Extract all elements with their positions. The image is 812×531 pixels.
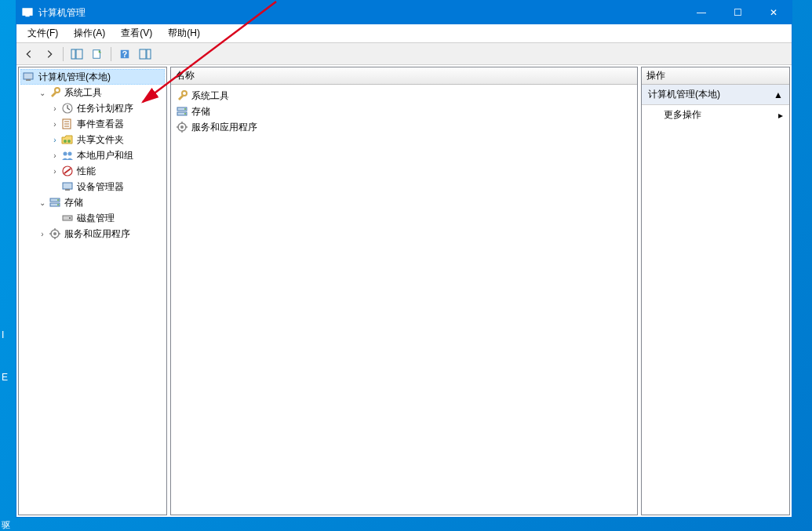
center-list[interactable]: 系统工具存储服务和应用程序 — [171, 85, 637, 138]
taskbar-fragment: 驱 — [2, 519, 10, 531]
svg-point-11 — [55, 88, 60, 93]
content-area: 计算机管理(本地) ⌄系统工具›任务计划程序›事件查看器›共享文件夹›本地用户和… — [16, 65, 792, 517]
toolbar: ? — [16, 43, 792, 65]
svg-point-38 — [180, 125, 184, 129]
show-hide-action-button[interactable] — [136, 45, 155, 63]
wrench-icon — [49, 86, 61, 99]
svg-text:?: ? — [122, 49, 127, 58]
tree-item[interactable]: ›服务和应用程序 — [20, 226, 165, 242]
back-button[interactable] — [20, 45, 38, 63]
tree-item[interactable]: ›本地用户和组 — [20, 147, 165, 163]
svg-point-20 — [68, 152, 72, 156]
svg-rect-1 — [25, 16, 29, 17]
tree-expand-icon[interactable]: › — [50, 104, 60, 113]
tree-panel: 计算机管理(本地) ⌄系统工具›任务计划程序›事件查看器›共享文件夹›本地用户和… — [18, 67, 167, 515]
menubar: 文件(F) 操作(A) 查看(V) 帮助(H) — [16, 24, 792, 43]
menu-action[interactable]: 操作(A) — [66, 25, 113, 42]
list-item[interactable]: 服务和应用程序 — [173, 119, 635, 135]
wrench-icon — [176, 89, 188, 102]
export-list-button[interactable] — [88, 45, 107, 63]
menu-view[interactable]: 查看(V) — [113, 25, 160, 42]
tree-item[interactable]: ›性能 — [20, 163, 165, 179]
svg-point-32 — [182, 91, 187, 96]
collapse-icon: ▲ — [774, 89, 783, 100]
storage-icon — [176, 105, 188, 118]
tree-item[interactable]: ›事件查看器 — [20, 116, 165, 132]
svg-rect-2 — [71, 49, 75, 59]
tree-item[interactable]: ›共享文件夹 — [20, 132, 165, 147]
tree-expand-icon[interactable]: › — [50, 166, 60, 176]
computer-mgmt-icon — [23, 71, 35, 83]
show-hide-tree-button[interactable] — [67, 45, 86, 63]
close-button[interactable]: ✕ — [756, 1, 792, 24]
svg-point-17 — [64, 140, 67, 143]
storage-icon — [49, 196, 61, 209]
users-icon — [61, 149, 74, 162]
svg-point-27 — [57, 204, 59, 205]
svg-rect-22 — [63, 183, 72, 189]
svg-rect-28 — [63, 216, 72, 220]
titlebar[interactable]: 计算机管理 — ☐ ✕ — [16, 1, 792, 24]
center-panel: 名称 系统工具存储服务和应用程序 — [170, 67, 638, 515]
separator — [63, 47, 64, 61]
desktop-icon-label: I — [2, 329, 8, 340]
actions-section-header[interactable]: 计算机管理(本地) ▲ — [642, 85, 789, 105]
tree-item[interactable]: 磁盘管理 — [20, 210, 165, 226]
svg-point-26 — [57, 199, 59, 201]
app-icon — [21, 6, 34, 19]
action-more[interactable]: 更多操作 ▸ — [642, 105, 789, 125]
tree-expand-icon[interactable]: › — [50, 151, 60, 160]
svg-rect-3 — [76, 49, 82, 59]
tree-expand-icon[interactable]: › — [38, 229, 47, 238]
menu-file[interactable]: 文件(F) — [20, 25, 66, 42]
tree-item[interactable]: ›任务计划程序 — [20, 100, 165, 116]
actions-header: 操作 — [642, 67, 789, 85]
svg-point-29 — [69, 217, 71, 219]
device-icon — [61, 180, 74, 193]
services-icon — [176, 121, 188, 133]
tree-root-computer-management[interactable]: 计算机管理(本地) — [20, 69, 165, 85]
tree-item[interactable]: ⌄系统工具 — [20, 85, 165, 100]
shared-folder-icon — [61, 133, 74, 146]
services-icon — [49, 227, 61, 240]
center-column-header[interactable]: 名称 — [171, 67, 637, 85]
forward-button[interactable] — [40, 45, 59, 63]
svg-rect-7 — [140, 49, 146, 59]
svg-point-31 — [53, 232, 56, 235]
svg-point-18 — [67, 140, 71, 143]
tree-collapse-icon[interactable]: ⌄ — [38, 198, 47, 207]
svg-rect-23 — [65, 189, 70, 191]
computer-management-window: 计算机管理 — ☐ ✕ 文件(F) 操作(A) 查看(V) 帮助(H) ? — [16, 0, 792, 518]
list-item[interactable]: 系统工具 — [173, 88, 635, 104]
maximize-button[interactable]: ☐ — [719, 1, 756, 24]
tree-item[interactable]: ⌄存储 — [20, 195, 165, 210]
svg-rect-0 — [23, 9, 32, 16]
help-button[interactable]: ? — [115, 45, 134, 63]
desktop-icon-label: E — [2, 372, 8, 383]
tree-collapse-icon[interactable]: ⌄ — [38, 88, 47, 97]
chevron-right-icon: ▸ — [778, 110, 783, 121]
tree-expand-icon[interactable]: › — [50, 119, 60, 129]
tree-expand-icon[interactable]: › — [50, 135, 60, 144]
separator — [111, 47, 111, 61]
menu-help[interactable]: 帮助(H) — [160, 25, 208, 42]
svg-point-19 — [64, 152, 67, 156]
svg-rect-8 — [147, 49, 151, 59]
svg-rect-10 — [26, 79, 31, 81]
svg-rect-9 — [24, 73, 33, 79]
disk-icon — [61, 212, 74, 224]
svg-point-36 — [184, 113, 186, 115]
navigation-tree[interactable]: 计算机管理(本地) ⌄系统工具›任务计划程序›事件查看器›共享文件夹›本地用户和… — [19, 67, 166, 243]
perf-icon — [61, 165, 74, 177]
list-item[interactable]: 存储 — [173, 104, 635, 119]
window-title: 计算机管理 — [38, 6, 683, 20]
actions-panel: 操作 计算机管理(本地) ▲ 更多操作 ▸ — [641, 67, 790, 515]
event-icon — [61, 118, 74, 130]
svg-point-35 — [184, 108, 186, 110]
clock-icon — [61, 102, 74, 115]
tree-item[interactable]: 设备管理器 — [20, 179, 165, 195]
minimize-button[interactable]: — — [683, 1, 719, 24]
